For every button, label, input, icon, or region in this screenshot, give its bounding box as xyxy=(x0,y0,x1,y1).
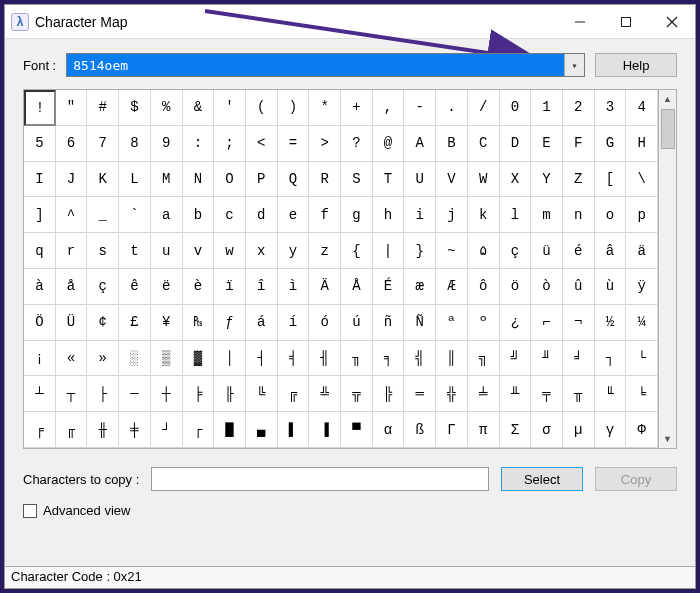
char-cell[interactable]: @ xyxy=(373,126,405,162)
char-cell[interactable]: ~ xyxy=(436,233,468,269)
char-cell[interactable]: ] xyxy=(24,197,56,233)
char-cell[interactable]: ` xyxy=(119,197,151,233)
char-cell[interactable]: y xyxy=(278,233,310,269)
char-cell[interactable]: é xyxy=(563,233,595,269)
char-cell[interactable]: ç xyxy=(87,269,119,305)
char-cell[interactable]: ═ xyxy=(404,376,436,412)
char-cell[interactable]: B xyxy=(436,126,468,162)
select-button[interactable]: Select xyxy=(501,467,583,491)
font-select[interactable]: 8514oem ▾ xyxy=(66,53,585,77)
char-cell[interactable]: ö xyxy=(500,269,532,305)
char-cell[interactable]: S xyxy=(341,162,373,198)
char-cell[interactable]: U xyxy=(404,162,436,198)
char-cell[interactable]: - xyxy=(404,90,436,126)
char-cell[interactable]: ╠ xyxy=(373,376,405,412)
char-cell[interactable]: P xyxy=(246,162,278,198)
char-cell[interactable]: ¬ xyxy=(563,305,595,341)
char-cell[interactable]: o xyxy=(595,197,627,233)
char-cell[interactable]: $ xyxy=(119,90,151,126)
char-cell[interactable]: æ xyxy=(404,269,436,305)
char-cell[interactable]: + xyxy=(341,90,373,126)
char-cell[interactable]: Ü xyxy=(56,305,88,341)
char-cell[interactable]: ╒ xyxy=(24,412,56,448)
char-cell[interactable]: c xyxy=(214,197,246,233)
char-cell[interactable]: ù xyxy=(595,269,627,305)
char-cell[interactable]: Y xyxy=(531,162,563,198)
char-cell[interactable]: ò xyxy=(531,269,563,305)
char-cell[interactable]: Γ xyxy=(436,412,468,448)
char-cell[interactable]: Σ xyxy=(500,412,532,448)
char-cell[interactable]: Ö xyxy=(24,305,56,341)
char-cell[interactable]: ñ xyxy=(373,305,405,341)
char-cell[interactable]: x xyxy=(246,233,278,269)
char-cell[interactable]: ╛ xyxy=(563,341,595,377)
char-cell[interactable]: º xyxy=(468,305,500,341)
char-cell[interactable]: Å xyxy=(341,269,373,305)
char-cell[interactable]: X xyxy=(500,162,532,198)
char-cell[interactable]: ╗ xyxy=(468,341,500,377)
char-cell[interactable]: j xyxy=(436,197,468,233)
char-cell[interactable]: ┤ xyxy=(246,341,278,377)
char-cell[interactable]: £ xyxy=(119,305,151,341)
char-cell[interactable]: d xyxy=(246,197,278,233)
advanced-checkbox[interactable] xyxy=(23,504,37,518)
char-cell[interactable]: h xyxy=(373,197,405,233)
char-cell[interactable]: ╡ xyxy=(278,341,310,377)
char-cell[interactable]: ╟ xyxy=(214,376,246,412)
minimize-button[interactable] xyxy=(557,5,603,39)
char-cell[interactable]: σ xyxy=(531,412,563,448)
char-cell[interactable]: ╞ xyxy=(183,376,215,412)
help-button[interactable]: Help xyxy=(595,53,677,77)
char-cell[interactable]: _ xyxy=(87,197,119,233)
char-cell[interactable]: l xyxy=(500,197,532,233)
char-cell[interactable]: } xyxy=(404,233,436,269)
char-cell[interactable]: w xyxy=(214,233,246,269)
char-cell[interactable]: e xyxy=(278,197,310,233)
char-cell[interactable]: å xyxy=(56,269,88,305)
char-cell[interactable]: » xyxy=(87,341,119,377)
char-cell[interactable]: ) xyxy=(278,90,310,126)
char-cell[interactable]: ├ xyxy=(87,376,119,412)
char-cell[interactable]: ┘ xyxy=(151,412,183,448)
char-cell[interactable]: g xyxy=(341,197,373,233)
char-cell[interactable]: ╧ xyxy=(468,376,500,412)
char-cell[interactable]: m xyxy=(531,197,563,233)
char-cell[interactable]: * xyxy=(309,90,341,126)
char-cell[interactable]: ╙ xyxy=(595,376,627,412)
char-cell[interactable]: à xyxy=(24,269,56,305)
scroll-down-icon[interactable]: ▼ xyxy=(659,430,676,448)
char-cell[interactable]: Ñ xyxy=(404,305,436,341)
char-cell[interactable]: q xyxy=(24,233,56,269)
char-cell[interactable]: û xyxy=(563,269,595,305)
char-cell[interactable]: b xyxy=(183,197,215,233)
char-cell[interactable]: ^ xyxy=(56,197,88,233)
char-cell[interactable]: Φ xyxy=(626,412,658,448)
char-cell[interactable]: ╬ xyxy=(436,376,468,412)
char-cell[interactable]: ░ xyxy=(119,341,151,377)
char-cell[interactable]: % xyxy=(151,90,183,126)
char-cell[interactable]: ╨ xyxy=(500,376,532,412)
char-cell[interactable]: ╕ xyxy=(373,341,405,377)
char-cell[interactable]: Z xyxy=(563,162,595,198)
char-cell[interactable]: ╔ xyxy=(278,376,310,412)
char-cell[interactable]: ¿ xyxy=(500,305,532,341)
char-cell[interactable]: █ xyxy=(214,412,246,448)
char-cell[interactable]: ╩ xyxy=(309,376,341,412)
char-cell[interactable]: 1 xyxy=(531,90,563,126)
copy-button[interactable]: Copy xyxy=(595,467,677,491)
char-cell[interactable]: α xyxy=(373,412,405,448)
char-cell[interactable]: ß xyxy=(404,412,436,448)
char-cell[interactable]: ╝ xyxy=(500,341,532,377)
char-cell[interactable]: ª xyxy=(436,305,468,341)
char-cell[interactable]: ╦ xyxy=(341,376,373,412)
char-cell[interactable]: ½ xyxy=(595,305,627,341)
char-cell[interactable]: p xyxy=(626,197,658,233)
char-cell[interactable]: ; xyxy=(214,126,246,162)
char-cell[interactable]: ä xyxy=(626,233,658,269)
char-cell[interactable]: V xyxy=(436,162,468,198)
char-cell[interactable]: s xyxy=(87,233,119,269)
char-cell[interactable]: Æ xyxy=(436,269,468,305)
char-cell[interactable]: ⌐ xyxy=(531,305,563,341)
char-cell[interactable]: a xyxy=(151,197,183,233)
scroll-up-icon[interactable]: ▲ xyxy=(659,90,676,108)
